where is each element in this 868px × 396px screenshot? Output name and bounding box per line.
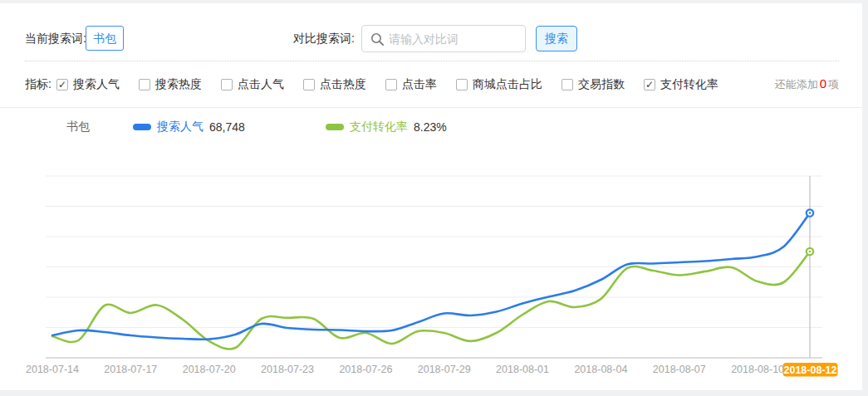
compare-keyword-inputbox: [361, 25, 526, 52]
metric-checkbox-item[interactable]: 点击人气: [221, 77, 284, 92]
legend-row: 书包 搜索人气 68,748 支付转化率 8.23%: [0, 117, 862, 139]
current-keyword-label: 当前搜索词:: [25, 25, 86, 51]
header-row: 当前搜索词: 书包 对比搜索词: 搜索: [0, 25, 862, 53]
metric-label: 商城点击占比: [473, 77, 542, 92]
x-axis-label: 2018-07-29: [418, 364, 471, 375]
checkbox-checked[interactable]: ✓: [644, 79, 655, 90]
metric-checkbox-item[interactable]: 点击热度: [303, 77, 366, 92]
metrics-label: 指标:: [25, 73, 51, 95]
legend-item-search-popularity[interactable]: 搜索人气 68,748: [133, 120, 245, 134]
x-axis-label: 2018-08-10: [731, 364, 784, 375]
metric-label: 搜索人气: [73, 77, 120, 92]
legend-name: 搜索人气: [157, 120, 204, 134]
metric-label: 搜索热度: [155, 77, 202, 92]
x-axis-label: 2018-07-26: [339, 364, 392, 375]
legend-value: 8.23%: [414, 120, 447, 134]
x-axis-label: 2018-08-01: [496, 364, 549, 375]
x-axis-label: 2018-08-04: [574, 364, 627, 375]
trend-chart[interactable]: 2018-07-142018-07-172018-07-202018-07-23…: [0, 164, 862, 389]
metric-label: 支付转化率: [660, 77, 718, 92]
legend-swatch-blue: [133, 124, 151, 130]
metric-checkbox-item[interactable]: ✓搜索人气: [56, 77, 120, 92]
divider: [0, 107, 862, 108]
metric-checkbox-item[interactable]: 点击率: [385, 77, 437, 92]
remain-suffix: 项: [828, 78, 839, 90]
x-axis-label: 2018-07-20: [183, 364, 236, 375]
checkbox-checked[interactable]: ✓: [56, 79, 68, 90]
x-axis-label: 2018-07-14: [26, 364, 79, 375]
checkbox-unchecked[interactable]: [221, 79, 233, 90]
x-axis-label: 2018-08-07: [653, 364, 706, 375]
legend-item-pay-conversion[interactable]: 支付转化率 8.23%: [326, 120, 447, 134]
current-keyword-button[interactable]: 书包: [86, 26, 124, 51]
x-axis-label: 2018-07-23: [261, 364, 314, 375]
series-line-支付转化率: [52, 252, 810, 349]
search-icon: [370, 32, 385, 46]
metric-checkbox-item[interactable]: 交易指数: [562, 77, 625, 92]
remain-count: 0: [818, 76, 828, 90]
metric-label: 点击率: [402, 77, 437, 92]
metric-checkbox-list: ✓搜索人气搜索热度点击人气点击热度点击率商城点击占比交易指数✓支付转化率: [56, 73, 718, 96]
compare-keyword-input[interactable]: [389, 26, 522, 51]
endpoint-marker-dot: [809, 251, 812, 253]
series-line-搜索人气: [52, 213, 810, 340]
legend-name: 支付转化率: [350, 120, 408, 134]
metric-checkbox-item[interactable]: 商城点击占比: [456, 77, 542, 92]
chart-keyword: 书包: [66, 120, 90, 134]
checkbox-unchecked[interactable]: [303, 79, 315, 90]
checkbox-unchecked[interactable]: [139, 79, 150, 90]
endpoint-marker-dot: [809, 212, 812, 214]
metric-checkbox-item[interactable]: ✓支付转化率: [644, 77, 718, 92]
search-button[interactable]: 搜索: [536, 26, 577, 51]
legend-value: 68,748: [209, 120, 245, 134]
legend-swatch-green: [326, 124, 344, 130]
chart-area[interactable]: 2018-07-142018-07-172018-07-202018-07-23…: [0, 164, 862, 389]
metrics-row: 指标: ✓搜索人气搜索热度点击人气点击热度点击率商城点击占比交易指数✓支付转化率…: [0, 73, 862, 96]
metric-label: 点击人气: [238, 77, 284, 92]
highlighted-date-label: 2018-08-12: [784, 364, 837, 376]
dotted-divider: [25, 61, 839, 61]
metric-label: 交易指数: [578, 77, 625, 92]
remaining-add-count: 还能添加0项: [775, 76, 839, 92]
remain-prefix: 还能添加: [775, 78, 818, 90]
dashboard-card: 当前搜索词: 书包 对比搜索词: 搜索 指标: ✓搜索人气搜索热度点击人气点击热…: [0, 3, 862, 390]
metric-checkbox-item[interactable]: 搜索热度: [139, 77, 202, 92]
checkbox-unchecked[interactable]: [562, 79, 573, 90]
checkbox-unchecked[interactable]: [456, 79, 468, 90]
checkbox-unchecked[interactable]: [385, 79, 397, 90]
compare-keyword-label: 对比搜索词:: [293, 25, 355, 51]
x-axis-label: 2018-07-17: [104, 364, 157, 375]
metric-label: 点击热度: [320, 77, 366, 92]
